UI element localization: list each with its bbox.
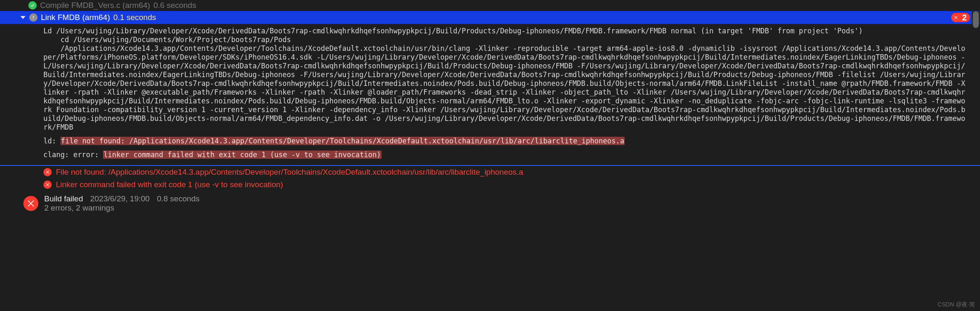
- build-timestamp: 2023/6/29, 19:00: [90, 194, 150, 203]
- build-status-footer: Build failed 2023/6/29, 19:00 0.8 second…: [0, 191, 980, 216]
- ld-highlight: file not found: /Applications/Xcode14.3.…: [60, 137, 625, 145]
- error-summary-text: Linker command failed with exit code 1 (…: [56, 180, 283, 189]
- compile-step-duration: 0.6 seconds: [153, 1, 196, 10]
- link-step-row[interactable]: Link FMDB (arm64) 0.1 seconds 2: [0, 11, 980, 24]
- error-icon: [43, 168, 52, 176]
- clang-error-line[interactable]: clang: error: linker command failed with…: [0, 148, 980, 162]
- clang-prefix: clang: error:: [43, 150, 103, 159]
- build-error-warning-counts: 2 errors, 2 warnings: [44, 203, 200, 213]
- error-icon: [43, 181, 52, 189]
- ld-prefix: ld:: [43, 137, 60, 145]
- error-summary-row[interactable]: File not found: /Applications/Xcode14.3.…: [0, 166, 980, 178]
- vertical-scrollbar[interactable]: [972, 11, 980, 24]
- build-failed-icon: [23, 196, 38, 211]
- chevron-down-icon[interactable]: [20, 15, 26, 20]
- link-step-duration: 0.1 seconds: [113, 13, 156, 22]
- ld-error-line[interactable]: ld: file not found: /Applications/Xcode1…: [0, 134, 980, 148]
- error-summary-row[interactable]: Linker command failed with exit code 1 (…: [0, 178, 980, 191]
- watermark-text: CSDN @夜·简: [937, 301, 975, 308]
- warning-icon: [29, 13, 38, 22]
- compile-step-title: Compile FMDB_Vers.c (arm64): [40, 1, 150, 10]
- build-log-text[interactable]: Ld /Users/wujing/Library/Developer/Xcode…: [0, 24, 980, 134]
- scrollbar-thumb[interactable]: [973, 11, 979, 28]
- check-icon: [28, 1, 37, 10]
- build-status-label: Build failed: [44, 194, 83, 203]
- compile-step-row[interactable]: Compile FMDB_Vers.c (arm64) 0.6 seconds: [0, 0, 980, 11]
- error-summary-text: File not found: /Applications/Xcode14.3.…: [56, 168, 523, 177]
- link-step-title: Link FMDB (arm64): [41, 13, 110, 22]
- error-count-badge[interactable]: 2: [951, 13, 970, 22]
- clang-highlight: linker command failed with exit code 1 (…: [103, 150, 381, 159]
- error-icon: [951, 13, 960, 22]
- build-duration: 0.8 seconds: [157, 194, 199, 203]
